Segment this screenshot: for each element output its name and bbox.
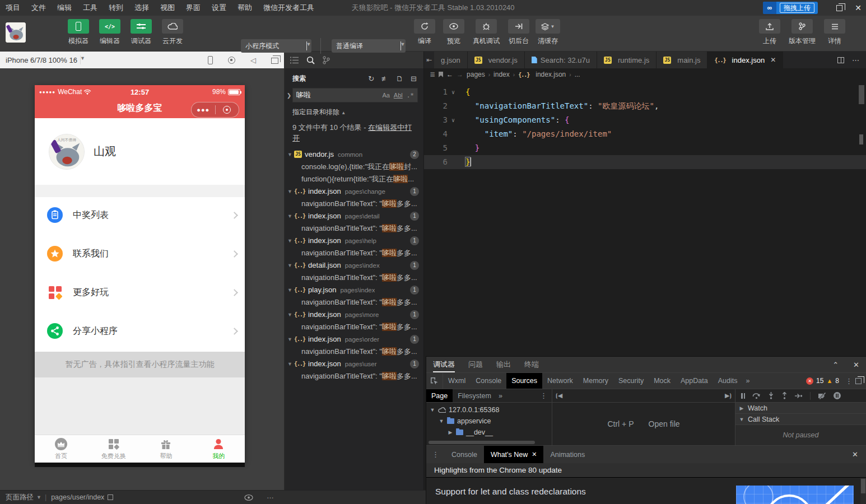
drawer-menu-icon[interactable]: ⋮	[426, 450, 445, 459]
chevron-expand-icon[interactable]: ▼	[439, 418, 444, 424]
drawer-tab-console[interactable]: Console	[445, 446, 484, 463]
fold-icon[interactable]: ∨	[448, 85, 459, 99]
drawer-tab-whats-new[interactable]: What's New✕	[484, 446, 544, 463]
tab-appdata[interactable]: AppData	[676, 373, 713, 389]
tab-output[interactable]: 输出	[496, 360, 511, 370]
close-tab-icon[interactable]: ✕	[532, 451, 537, 458]
search-input[interactable]: 哆啦 Aa Abl .*	[292, 88, 418, 102]
inspect-element-icon[interactable]	[426, 373, 443, 389]
file-list-icon[interactable]	[290, 57, 299, 64]
result-file-row[interactable]: ▼ {..} index.json pages\change 1	[285, 185, 423, 198]
tab-problems[interactable]: 问题	[468, 360, 483, 370]
tab-g-json[interactable]: g.json	[434, 52, 468, 68]
more-dots-icon[interactable]: ●●●	[192, 106, 215, 113]
menu-item[interactable]: 文件	[26, 3, 52, 13]
error-count[interactable]: 15	[816, 377, 823, 385]
back-icon[interactable]: ←	[446, 71, 453, 78]
close-panel-icon[interactable]: ✕	[853, 361, 859, 369]
open-search-editor-icon[interactable]: 🗋	[396, 74, 403, 83]
chevron-expand-icon[interactable]: ▼	[287, 361, 294, 367]
chevron-expand-icon[interactable]: ▼	[287, 238, 294, 244]
result-file-row[interactable]: ▼ {..} play.json pages\index 1	[285, 284, 423, 296]
breadcrumb-item[interactable]: ...	[575, 71, 580, 78]
forward-icon[interactable]: →	[457, 71, 463, 78]
chevron-expand-icon[interactable]: ▼	[287, 213, 294, 219]
match-line[interactable]: navigationBarTitleText": "哆啦多多...	[285, 247, 423, 259]
result-file-row[interactable]: ▼ {..} detail.json pages\index 1	[285, 259, 423, 272]
navigator-menu-icon[interactable]: ⋮	[540, 391, 552, 400]
menu-item[interactable]: 工具	[77, 3, 103, 13]
tab-memory[interactable]: Memory	[578, 373, 613, 389]
match-line[interactable]: function(){return{title:"我正在哆啦...	[285, 173, 423, 185]
hide-navigator-icon[interactable]: ⦗◀	[556, 392, 562, 399]
clear-cache-button[interactable]: ▼ 清缓存	[536, 19, 560, 46]
result-file-row[interactable]: ▼ {..} index.json pages\more 1	[285, 309, 423, 321]
deactivate-breakpoints-icon[interactable]	[818, 393, 826, 399]
tab-page[interactable]: Page	[426, 389, 453, 402]
tab-free-exchange[interactable]: 免费兑换	[87, 435, 140, 463]
tab-search-editor[interactable]: Search: 32.u7u	[525, 52, 597, 68]
tab-mine[interactable]: 我的	[192, 435, 245, 463]
fold-icon[interactable]	[448, 99, 459, 113]
collapse-all-icon[interactable]: ⊟	[411, 74, 417, 83]
fold-icon[interactable]: ∨	[448, 113, 459, 127]
more-actions-icon[interactable]: ⋯	[852, 56, 859, 64]
rotate-device-icon[interactable]	[208, 56, 213, 64]
split-editor-icon[interactable]	[837, 57, 844, 63]
scrollbar-thumb[interactable]	[859, 85, 864, 104]
switch-background-button[interactable]: 切后台	[506, 19, 531, 46]
source-control-icon[interactable]	[323, 56, 330, 64]
match-case-toggle[interactable]: Aa	[382, 92, 389, 99]
tab-audits[interactable]: Audits	[713, 373, 743, 389]
multi-window-icon[interactable]	[271, 58, 278, 64]
copy-path-icon[interactable]	[108, 494, 113, 500]
tab-terminal[interactable]: 终端	[524, 360, 539, 370]
more-navigator-tabs-icon[interactable]: »	[499, 392, 502, 400]
warning-count[interactable]: 8	[835, 377, 839, 385]
speaker-icon[interactable]: ◁	[250, 56, 256, 64]
eye-icon[interactable]	[244, 494, 253, 501]
menu-item[interactable]: 界面	[180, 3, 206, 13]
menu-item[interactable]: 视图	[155, 3, 180, 13]
avatar[interactable]: 人间不值得	[49, 134, 85, 170]
outline-icon[interactable]: ≣	[430, 71, 435, 78]
close-drawer-icon[interactable]: ✕	[852, 450, 866, 459]
match-line[interactable]: console.log(e),{title:"我正在哆啦封...	[285, 161, 423, 173]
menu-item[interactable]: 帮助	[232, 3, 258, 13]
call-stack-section-header[interactable]: ▼ Call Stack	[735, 414, 866, 425]
chevron-expand-icon[interactable]: ▼	[287, 189, 294, 194]
tab-scroll-left-icon[interactable]: ⇤	[424, 52, 434, 68]
menu-item[interactable]: 选择	[129, 3, 155, 13]
real-device-debug-button[interactable]: 真机调试	[471, 19, 502, 46]
menu-item[interactable]: 项目	[0, 3, 26, 13]
match-line[interactable]: navigationBarTitleText": "哆啦多多...	[285, 346, 423, 358]
tab-sources[interactable]: Sources	[506, 373, 542, 389]
watch-section-header[interactable]: ▶ Watch	[735, 403, 866, 414]
more-tabs-icon[interactable]: »	[742, 377, 753, 385]
match-line[interactable]: navigationBarTitleText": "哆啦多多...	[285, 272, 423, 284]
result-file-row[interactable]: ▼ {..} index.json pages\order 1	[285, 333, 423, 346]
step-icon[interactable]	[795, 393, 803, 399]
close-window-icon[interactable]: ✕	[855, 3, 862, 12]
tab-mock[interactable]: Mock	[649, 373, 676, 389]
editor-scrollbar[interactable]	[859, 81, 864, 249]
chevron-expand-icon[interactable]: ▼	[287, 287, 294, 293]
fold-icon[interactable]	[448, 127, 459, 141]
regex-toggle[interactable]: .*	[407, 92, 414, 99]
dir-filter-toggle[interactable]: 指定目录和排除 ▲	[285, 104, 423, 119]
device-selector[interactable]: iPhone 6/7/8 100% 16	[6, 56, 77, 64]
menu-item-contact-us[interactable]: 联系我们	[35, 236, 245, 272]
result-file-row[interactable]: ▼ {..} index.json pages\user 1	[285, 358, 423, 370]
tab-vendor-js[interactable]: JSvendor.js	[468, 52, 525, 68]
chevron-expand-icon[interactable]: ▼	[430, 407, 435, 413]
tree-item-host[interactable]: ▼ 127.0.0.1:65368	[426, 404, 552, 416]
tab-runtime-js[interactable]: JSruntime.js	[597, 52, 657, 68]
match-line[interactable]: navigationBarTitleText": "哆啦多多...	[285, 296, 423, 309]
match-line[interactable]: navigationBarTitleText": "哆啦多多...	[285, 198, 423, 210]
menu-item[interactable]: 微信开发者工具	[258, 3, 320, 13]
menu-item[interactable]: 编辑	[52, 3, 77, 13]
debugger-toggle-button[interactable]: 调试器	[129, 19, 153, 46]
devtools-menu-icon[interactable]: ⋮	[845, 377, 853, 385]
scrollbar-thumb[interactable]	[861, 479, 865, 493]
breadcrumb-item[interactable]: index.json	[536, 71, 566, 78]
